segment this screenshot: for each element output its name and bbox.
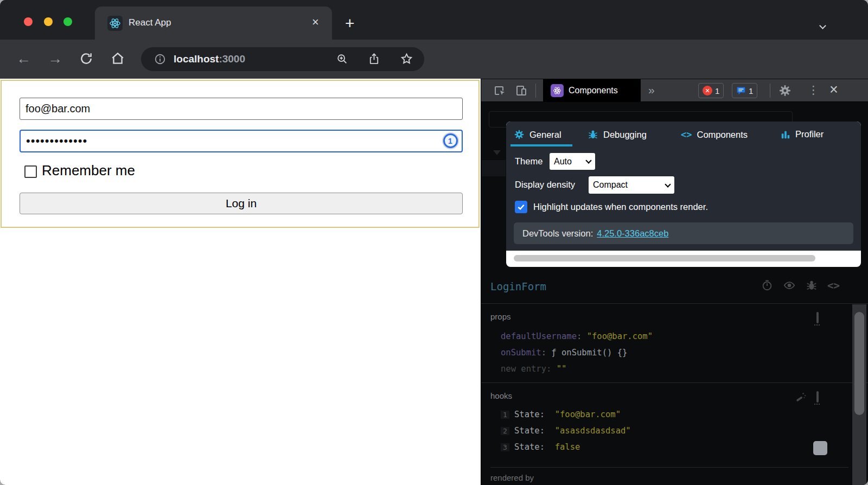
- profiler-bars-icon: [781, 130, 790, 139]
- page-content: foo@bar.com ••••••••••••• 1 Remember me …: [0, 79, 481, 485]
- theme-label: Theme: [515, 156, 542, 167]
- home-button[interactable]: [111, 52, 125, 66]
- error-icon: ✕: [703, 86, 712, 95]
- dimmed-selected-row: [482, 160, 506, 176]
- hook-boolean-checkbox[interactable]: [813, 441, 827, 455]
- settings-tab-general[interactable]: General: [514, 129, 561, 140]
- suspend-stopwatch-icon[interactable]: [761, 279, 773, 291]
- share-icon[interactable]: [368, 53, 380, 65]
- onepassword-field-icon[interactable]: 1: [443, 133, 458, 148]
- back-button[interactable]: ←: [16, 50, 31, 67]
- reload-button[interactable]: [79, 52, 93, 66]
- site-info-icon[interactable]: [154, 53, 166, 65]
- error-badge[interactable]: ✕ 1: [698, 83, 724, 98]
- theme-select-value: Auto: [554, 157, 572, 167]
- issues-icon: [736, 86, 746, 95]
- code-brackets-icon: <>: [681, 129, 692, 140]
- density-select[interactable]: Compact: [589, 176, 674, 194]
- react-favicon-icon: [107, 16, 123, 31]
- hook-row[interactable]: 2State: "asasdsdasdsad": [501, 426, 631, 436]
- hook-index: 3: [501, 443, 509, 451]
- hook-name: State:: [514, 410, 545, 419]
- hook-index: 1: [501, 411, 509, 419]
- copy-props-icon[interactable]: [816, 313, 819, 323]
- settings-tab-debugging-label: Debugging: [603, 130, 647, 140]
- tab-close-icon[interactable]: ×: [312, 16, 319, 28]
- density-label: Display density: [515, 180, 575, 190]
- settings-tab-components[interactable]: <> Components: [681, 129, 748, 140]
- density-select-value: Compact: [593, 180, 628, 190]
- omnibox[interactable]: localhost:3000: [141, 47, 424, 71]
- settings-tab-profiler-label: Profiler: [795, 129, 824, 139]
- remember-me-label: Remember me: [42, 162, 135, 179]
- prop-row[interactable]: onSubmit: ƒ onSubmit() {}: [501, 348, 627, 358]
- inspect-element-icon[interactable]: [493, 84, 506, 97]
- panel-scrollbar-thumb[interactable]: [854, 312, 864, 415]
- maximize-window-button[interactable]: [63, 17, 72, 26]
- close-window-button[interactable]: [24, 17, 33, 26]
- dialog-horizontal-scrollbar[interactable]: [514, 255, 815, 261]
- panel-scrollbar-track[interactable]: [852, 304, 866, 485]
- view-source-icon[interactable]: <>: [827, 279, 840, 291]
- highlight-updates-label: Highlight updates when components render…: [533, 202, 708, 212]
- chevron-down-icon: [585, 157, 591, 163]
- prop-key: new entry: [501, 364, 546, 374]
- hook-value: false: [555, 442, 580, 452]
- email-field[interactable]: foo@bar.com: [20, 98, 463, 120]
- new-tab-button[interactable]: +: [345, 14, 355, 33]
- devtools-close-icon[interactable]: ×: [829, 81, 838, 98]
- forward-button[interactable]: →: [48, 50, 62, 67]
- minimize-window-button[interactable]: [44, 17, 53, 26]
- settings-tab-components-label: Components: [697, 130, 748, 140]
- login-button[interactable]: Log in: [20, 193, 463, 214]
- hook-name: State:: [514, 442, 545, 452]
- settings-tab-profiler[interactable]: Profiler: [781, 129, 824, 139]
- tab-search-chevron-icon[interactable]: [820, 21, 825, 30]
- prop-key: defaultUsername: [501, 331, 577, 341]
- version-link[interactable]: 4.25.0-336ac8ceb: [597, 228, 668, 239]
- zoom-icon[interactable]: [336, 53, 348, 65]
- hook-row[interactable]: 3State: false: [501, 442, 580, 452]
- issues-badge[interactable]: 1: [732, 83, 757, 98]
- toolbar-separator: [535, 84, 536, 98]
- active-tab-underline: [510, 144, 572, 146]
- more-tabs-chevron[interactable]: »: [648, 84, 655, 97]
- tab-title: React App: [129, 17, 171, 28]
- devtools-version-box: DevTools version: 4.25.0-336ac8ceb: [514, 222, 853, 244]
- rendered-by-label: rendered by: [490, 467, 848, 482]
- url-text[interactable]: localhost:3000: [174, 53, 245, 65]
- selected-component-name: LoginForm: [490, 280, 546, 292]
- settings-tab-debugging[interactable]: Debugging: [588, 129, 647, 140]
- devtools-tab-components[interactable]: Components: [543, 79, 641, 102]
- gear-icon: [514, 129, 525, 140]
- url-port: :3000: [219, 53, 245, 65]
- highlight-updates-checkbox[interactable]: [515, 201, 527, 213]
- password-field[interactable]: ••••••••••••• 1: [20, 130, 463, 152]
- hook-value: "foo@bar.com": [555, 410, 621, 419]
- browser-tab[interactable]: React App ×: [95, 7, 332, 40]
- devtools-settings-gear-icon[interactable]: [778, 84, 792, 97]
- parse-hooks-wand-icon[interactable]: [795, 391, 807, 403]
- devtools-kebab-icon[interactable]: ⋮: [808, 84, 819, 97]
- settings-dialog-content: General Debugging <> Components Profiler…: [506, 122, 861, 251]
- settings-tab-general-label: General: [529, 130, 561, 140]
- devtools-toolbar: Components » ✕ 1 1 ⋮ ×: [481, 79, 868, 102]
- error-count: 1: [715, 86, 719, 95]
- device-toolbar-icon[interactable]: [515, 84, 528, 97]
- log-bug-icon[interactable]: [806, 279, 818, 291]
- browser-window: React App × + ← → localhost:3000: [0, 0, 868, 485]
- props-section-title: props: [490, 312, 511, 321]
- hook-name: State:: [514, 426, 545, 436]
- prop-row[interactable]: defaultUsername: "foo@bar.com": [501, 331, 653, 341]
- hook-row[interactable]: 1State: "foo@bar.com": [501, 410, 621, 419]
- issues-count: 1: [749, 86, 753, 95]
- devtools-tab-label: Components: [569, 86, 618, 95]
- react-devtools-tab-icon: [551, 84, 564, 97]
- bookmark-star-icon[interactable]: [400, 53, 413, 65]
- inspect-dom-eye-icon[interactable]: [783, 279, 796, 291]
- tab-strip: React App × +: [0, 0, 868, 40]
- theme-select[interactable]: Auto: [550, 153, 595, 170]
- prop-row-new-entry[interactable]: new entry: "": [501, 364, 566, 374]
- copy-hooks-icon[interactable]: [816, 392, 819, 402]
- remember-me-checkbox[interactable]: [24, 165, 37, 178]
